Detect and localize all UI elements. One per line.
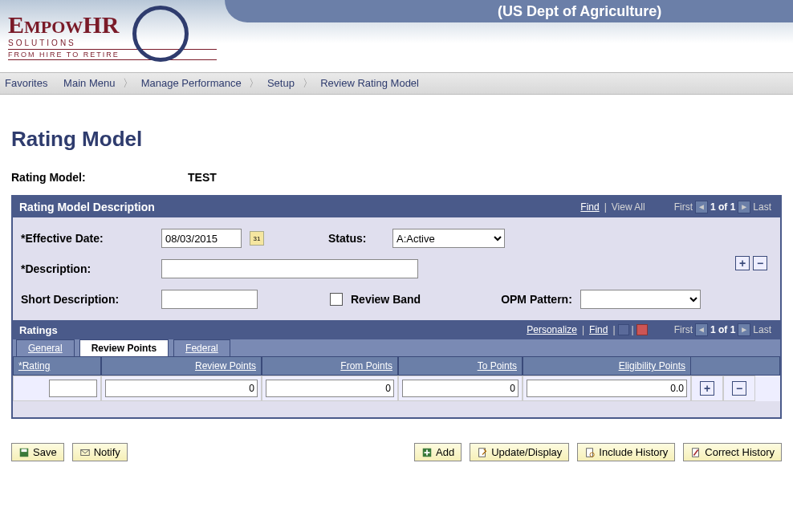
delete-row-icon[interactable]: − xyxy=(753,256,767,270)
eff-date-label: *Effective Date: xyxy=(21,232,153,245)
desc-section-body: + − *Effective Date: 31 Status: A:Active… xyxy=(13,217,780,417)
tab-review-points[interactable]: Review Points xyxy=(79,339,169,356)
zoom-icon[interactable] xyxy=(618,324,629,335)
rating-model-row: Rating Model: TEST xyxy=(11,171,782,184)
ratings-next-icon[interactable]: ► xyxy=(738,323,750,336)
chevron-icon: 〉 xyxy=(303,77,313,89)
include-history-button[interactable]: Include History xyxy=(577,443,675,461)
status-select[interactable]: A:Active xyxy=(392,229,505,248)
opm-label: OPM Pattern: xyxy=(501,293,572,306)
desc-label: *Description: xyxy=(21,262,153,275)
logo-ring-icon xyxy=(132,6,189,62)
col-rating[interactable]: *Rating xyxy=(13,356,101,376)
bc-manage-performance[interactable]: Manage Performance xyxy=(141,77,242,89)
download-icon[interactable] xyxy=(636,324,648,335)
notify-button[interactable]: Notify xyxy=(72,443,128,461)
desc-section: Rating Model Description Find | View All… xyxy=(11,195,782,419)
grid-delete-row-icon[interactable]: − xyxy=(732,381,746,396)
content: Rating Model Rating Model: TEST Rating M… xyxy=(0,95,793,477)
eff-date-input[interactable] xyxy=(161,229,242,248)
svg-rect-1 xyxy=(22,449,27,452)
rating-input[interactable] xyxy=(49,380,97,397)
logo-sub2: FROM HIRE TO RETIRE xyxy=(8,49,217,60)
notify-label: Notify xyxy=(94,446,120,458)
breadcrumb: Favorites Main Menu 〉 Manage Performance… xyxy=(0,72,793,95)
from-points-input[interactable] xyxy=(266,380,394,397)
last-label[interactable]: Last xyxy=(753,201,771,213)
pipe: | xyxy=(604,201,607,213)
add-icon xyxy=(421,447,433,458)
view-all-link[interactable]: View All xyxy=(612,201,645,213)
tab-general[interactable]: General xyxy=(16,339,75,356)
add-row-icon[interactable]: + xyxy=(735,256,750,270)
short-desc-input[interactable] xyxy=(161,290,258,309)
review-band-label: Review Band xyxy=(351,293,421,306)
col-eligibility-points[interactable]: Eligibility Points xyxy=(523,356,691,376)
ratings-last[interactable]: Last xyxy=(753,324,771,335)
ratings-first[interactable]: First xyxy=(674,324,693,335)
short-desc-row: Short Description: Review Band OPM Patte… xyxy=(21,290,772,309)
save-button[interactable]: Save xyxy=(11,443,64,461)
row-controls: + − xyxy=(735,256,767,270)
grid-header: *Rating Review Points From Points To Poi… xyxy=(13,356,780,376)
find-link[interactable]: Find xyxy=(580,201,599,213)
counter: 1 of 1 xyxy=(710,201,735,213)
org-title: (US Dept of Agriculture) xyxy=(498,3,661,20)
correct-history-button[interactable]: Correct History xyxy=(683,443,782,461)
update-label: Update/Display xyxy=(491,446,562,458)
opm-select[interactable] xyxy=(580,290,701,309)
col-from-points[interactable]: From Points xyxy=(262,356,398,376)
review-points-input[interactable] xyxy=(105,380,258,397)
eligibility-points-input[interactable] xyxy=(527,380,687,397)
bc-favorites[interactable]: Favorites xyxy=(5,77,47,89)
ratings-title: Ratings xyxy=(19,324,524,336)
ratings-header: Ratings Personalize | Find | | First ◄ 1… xyxy=(13,320,780,339)
rating-model-label: Rating Model: xyxy=(11,171,156,184)
page-title: Rating Model xyxy=(11,127,782,152)
ratings-find-link[interactable]: Find xyxy=(589,324,608,335)
include-history-icon xyxy=(584,447,596,458)
prev-icon[interactable]: ◄ xyxy=(695,201,708,213)
logo: EMPOWHR SOLUTIONS FROM HIRE TO RETIRE xyxy=(8,2,217,70)
save-label: Save xyxy=(33,446,57,458)
status-label: Status: xyxy=(328,232,384,245)
tab-federal[interactable]: Federal xyxy=(173,339,230,356)
add-button[interactable]: Add xyxy=(414,443,462,461)
next-icon[interactable]: ► xyxy=(738,201,750,213)
col-review-points[interactable]: Review Points xyxy=(101,356,262,376)
action-bar: Save Notify Add Update/Display Include H… xyxy=(11,443,782,461)
review-band-checkbox[interactable] xyxy=(330,293,343,306)
ratings-counter: 1 of 1 xyxy=(710,324,735,335)
bc-main-menu[interactable]: Main Menu xyxy=(63,77,115,89)
tabs: General Review Points Federal xyxy=(13,339,780,356)
personalize-link[interactable]: Personalize xyxy=(527,324,577,335)
add-label: Add xyxy=(436,446,454,458)
to-points-input[interactable] xyxy=(402,380,518,397)
eff-date-row: *Effective Date: 31 Status: A:Active xyxy=(21,229,772,248)
chevron-icon: 〉 xyxy=(249,77,259,89)
update-icon xyxy=(477,447,488,458)
ratings-prev-icon[interactable]: ◄ xyxy=(695,323,708,336)
correct-label: Correct History xyxy=(705,446,775,458)
update-display-button[interactable]: Update/Display xyxy=(470,443,569,461)
banner: (US Dept of Agriculture) EMPOWHR SOLUTIO… xyxy=(0,0,793,72)
notify-icon xyxy=(79,447,91,458)
grid-row: + − xyxy=(13,376,780,401)
calendar-icon[interactable]: 31 xyxy=(250,231,264,246)
desc-input[interactable] xyxy=(161,259,418,278)
desc-row: *Description: xyxy=(21,259,772,278)
first-label[interactable]: First xyxy=(674,201,693,213)
chevron-icon: 〉 xyxy=(123,77,133,89)
desc-section-header: Rating Model Description Find | View All… xyxy=(13,197,780,217)
col-to-points[interactable]: To Points xyxy=(398,356,523,376)
grid-add-row-icon[interactable]: + xyxy=(700,381,714,396)
short-desc-label: Short Description: xyxy=(21,293,153,306)
include-label: Include History xyxy=(599,446,668,458)
rating-model-value: TEST xyxy=(188,171,217,184)
bc-setup[interactable]: Setup xyxy=(267,77,295,89)
save-icon xyxy=(18,447,30,458)
desc-section-title: Rating Model Description xyxy=(19,201,578,213)
correct-history-icon xyxy=(690,447,702,458)
bc-review-rating-model[interactable]: Review Rating Model xyxy=(320,77,419,89)
